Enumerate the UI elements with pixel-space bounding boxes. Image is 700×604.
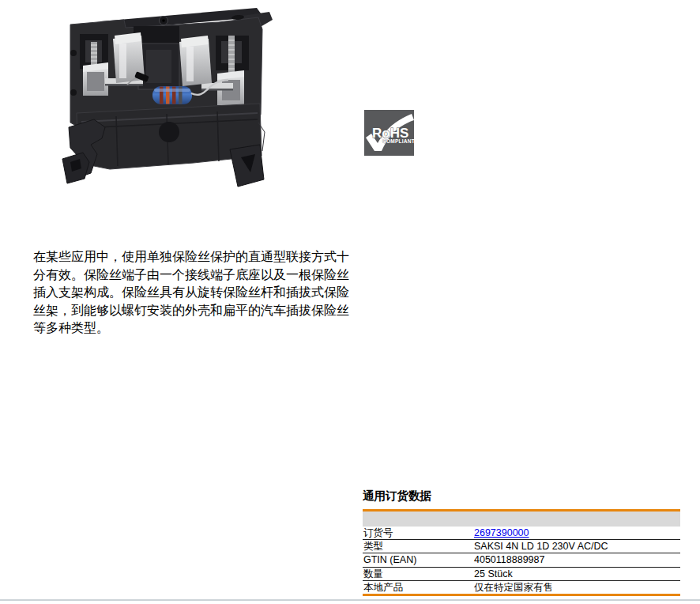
fuse-terminal-block-illustration	[61, 4, 273, 194]
table-row: GTIN (EAN) 4050118889987	[363, 553, 680, 567]
row-value-quantity: 25 Stück	[474, 568, 680, 579]
ordering-data-section: 通用订货数据 订货号 2697390000 类型 SAKSI 4N LD 1D …	[363, 484, 680, 596]
rohs-compliant-badge: RoHS COMPLIANT	[364, 110, 414, 156]
product-description: 在某些应用中，使用单独保险丝保护的直通型联接方式十分有效。保险丝端子由一个接线端…	[33, 248, 356, 338]
table-header-band	[363, 512, 680, 527]
row-value-type: SAKSI 4N LD 1D 230V AC/DC	[474, 541, 680, 552]
table-row: 数量 25 Stück	[363, 568, 680, 581]
row-label-local-product: 本地产品	[363, 582, 474, 593]
row-label-gtin: GTIN (EAN)	[363, 554, 474, 565]
row-label-type: 类型	[363, 541, 474, 552]
rohs-badge-icon: RoHS COMPLIANT	[364, 110, 414, 156]
row-label-quantity: 数量	[363, 568, 474, 579]
rohs-subtitle: COMPLIANT	[382, 138, 414, 144]
datasheet-page: RoHS COMPLIANT 在某些应用中，使用单独保险丝保护的直通型联接方式十…	[0, 0, 700, 604]
page-bottom-divider	[0, 599, 700, 601]
table-row: 本地产品 仅在特定国家有售	[363, 581, 680, 594]
table-bottom-rule	[363, 594, 680, 596]
row-label-order-number: 订货号	[363, 527, 474, 538]
ordering-data-title: 通用订货数据	[363, 484, 680, 503]
table-row: 订货号 2697390000	[363, 527, 680, 540]
table-row: 类型 SAKSI 4N LD 1D 230V AC/DC	[363, 540, 680, 553]
product-image	[61, 4, 273, 194]
row-value-gtin: 4050118889987	[474, 554, 680, 565]
row-value-local-product: 仅在特定国家有售	[474, 582, 680, 593]
order-number-link[interactable]: 2697390000	[474, 527, 529, 538]
